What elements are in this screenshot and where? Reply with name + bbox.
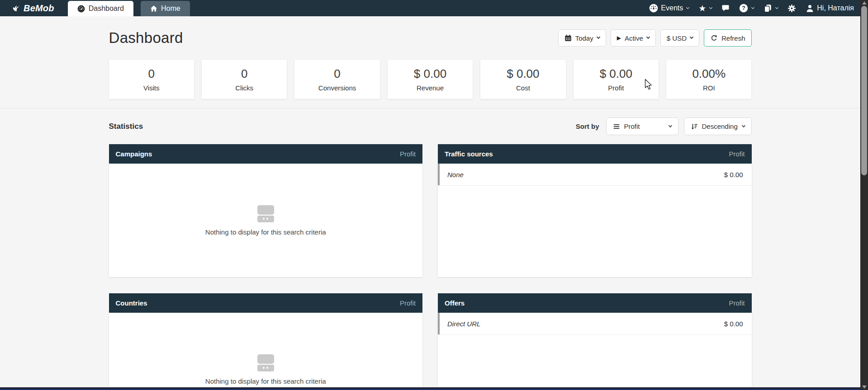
chat-icon bbox=[721, 4, 730, 12]
stat-label: Clicks bbox=[235, 84, 253, 92]
section-divider bbox=[0, 108, 860, 108]
help-menu[interactable]: ? bbox=[739, 4, 754, 13]
database-icon bbox=[257, 354, 274, 371]
stat-label: Profit bbox=[608, 84, 624, 92]
statistics-panels: Campaigns Profit Nothing to display for … bbox=[109, 144, 752, 390]
database-icon bbox=[257, 205, 274, 222]
panel-metric-label: Profit bbox=[400, 150, 416, 158]
panel-title: Countries bbox=[116, 299, 147, 307]
panel-offers: Offers Profit Direct URL $ 0.00 bbox=[438, 293, 752, 390]
currency-button[interactable]: $ USD bbox=[660, 29, 699, 47]
stat-value: $ 0.00 bbox=[414, 67, 446, 81]
tab-dashboard[interactable]: Dashboard bbox=[68, 1, 133, 16]
table-row[interactable]: None $ 0.00 bbox=[438, 164, 752, 186]
bemob-logo-icon bbox=[12, 4, 21, 13]
chevron-down-icon bbox=[741, 123, 745, 127]
stat-value: 0 bbox=[241, 67, 247, 81]
gauge-icon bbox=[77, 5, 85, 13]
stat-card-conversions: 0 Conversions bbox=[294, 60, 379, 99]
page-title: Dashboard bbox=[109, 29, 183, 47]
topbar: BeMob bbox=[0, 0, 860, 16]
stat-label: ROI bbox=[703, 84, 715, 92]
status-filter-button[interactable]: ▶ Active bbox=[611, 29, 656, 47]
stat-label: Visits bbox=[143, 84, 160, 92]
stat-value: 0 bbox=[334, 67, 340, 81]
chevron-down-icon bbox=[709, 5, 712, 9]
date-range-label: Today bbox=[575, 34, 593, 42]
stat-card-profit: $ 0.00 Profit bbox=[574, 60, 659, 99]
stat-label: Cost bbox=[516, 84, 530, 92]
sort-field-select[interactable]: Profit bbox=[606, 117, 678, 135]
question-circle-icon: ? bbox=[739, 4, 748, 13]
scrollbar-down-arrow[interactable] bbox=[862, 385, 867, 389]
status-filter-label: Active bbox=[625, 34, 643, 42]
scrollbar-up-arrow[interactable] bbox=[862, 1, 867, 5]
stat-value: $ 0.00 bbox=[507, 67, 539, 81]
tab-home[interactable]: Home bbox=[141, 1, 190, 16]
bemob-logo[interactable]: BeMob bbox=[12, 3, 54, 14]
refresh-label: Refresh bbox=[721, 34, 745, 42]
stat-label: Conversions bbox=[318, 84, 356, 92]
empty-state-text: Nothing to display for this search crite… bbox=[205, 228, 326, 236]
panel-campaigns: Campaigns Profit Nothing to display for … bbox=[109, 144, 423, 277]
chevron-down-icon bbox=[751, 5, 754, 9]
stat-label: Revenue bbox=[417, 84, 444, 92]
vertical-scrollbar[interactable] bbox=[860, 0, 868, 390]
stat-value: $ 0.00 bbox=[600, 67, 632, 81]
stat-card-roi: 0.00% ROI bbox=[666, 60, 751, 99]
row-value: $ 0.00 bbox=[724, 320, 743, 328]
chevron-down-icon bbox=[668, 123, 672, 127]
panel-header: Countries Profit bbox=[109, 293, 423, 313]
gear-icon bbox=[787, 4, 796, 13]
tab-dashboard-label: Dashboard bbox=[89, 5, 124, 13]
tab-home-label: Home bbox=[161, 5, 180, 13]
chevron-down-icon bbox=[690, 35, 693, 39]
list-icon bbox=[613, 123, 620, 130]
sort-descending-icon bbox=[691, 123, 698, 130]
panel-title: Traffic sources bbox=[445, 150, 493, 158]
refresh-icon bbox=[710, 34, 718, 42]
sort-controls: Sort by Profit bbox=[576, 117, 752, 135]
sort-by-label: Sort by bbox=[576, 122, 599, 130]
panel-header: Traffic sources Profit bbox=[438, 144, 752, 164]
greeting-label: Hi, Наталія bbox=[817, 4, 854, 12]
empty-state: Nothing to display for this search crite… bbox=[109, 164, 423, 277]
statistics-header: Statistics Sort by Profit bbox=[109, 117, 752, 135]
star-icon: ★ bbox=[698, 4, 706, 13]
app-viewport: BeMob bbox=[0, 0, 860, 390]
sort-direction-value: Descending bbox=[702, 122, 738, 130]
panel-metric-label: Profit bbox=[729, 150, 745, 158]
panel-header: Offers Profit bbox=[438, 293, 752, 313]
favorites-menu[interactable]: ★ bbox=[698, 4, 712, 13]
home-icon bbox=[150, 5, 157, 12]
workspaces-menu[interactable] bbox=[764, 4, 778, 13]
events-label: Events bbox=[661, 4, 683, 12]
row-name: Direct URL bbox=[447, 320, 480, 328]
table-row[interactable]: Direct URL $ 0.00 bbox=[438, 313, 752, 335]
tab-bar: Dashboard Home bbox=[68, 1, 190, 16]
brand-name: BeMob bbox=[24, 3, 54, 14]
currency-label: $ USD bbox=[667, 34, 687, 42]
chevron-down-icon bbox=[775, 5, 778, 9]
feedback-button[interactable] bbox=[721, 4, 730, 12]
dashboard-toolbar: Today ▶ Active $ USD bbox=[558, 29, 752, 47]
panel-countries: Countries Profit Nothing to display for … bbox=[109, 293, 423, 390]
calendar-icon bbox=[564, 34, 572, 42]
play-icon: ▶ bbox=[617, 35, 621, 41]
stat-card-revenue: $ 0.00 Revenue bbox=[388, 60, 473, 99]
refresh-button[interactable]: Refresh bbox=[704, 29, 752, 47]
panel-traffic-sources: Traffic sources Profit None $ 0.00 bbox=[438, 144, 752, 277]
settings-button[interactable] bbox=[787, 4, 796, 13]
events-menu[interactable]: Events bbox=[649, 4, 689, 13]
account-menu[interactable]: Hi, Наталія bbox=[806, 4, 854, 13]
chevron-down-icon bbox=[686, 5, 689, 9]
sort-direction-select[interactable]: Descending bbox=[684, 117, 752, 135]
stat-card-cost: $ 0.00 Cost bbox=[480, 60, 565, 99]
chevron-down-icon bbox=[596, 35, 600, 39]
panel-title: Offers bbox=[445, 299, 465, 307]
pages-icon bbox=[764, 4, 772, 13]
chevron-down-icon bbox=[646, 35, 650, 39]
scrollbar-thumb[interactable] bbox=[861, 6, 867, 175]
stat-card-clicks: 0 Clicks bbox=[202, 60, 287, 99]
date-range-button[interactable]: Today bbox=[558, 29, 606, 47]
